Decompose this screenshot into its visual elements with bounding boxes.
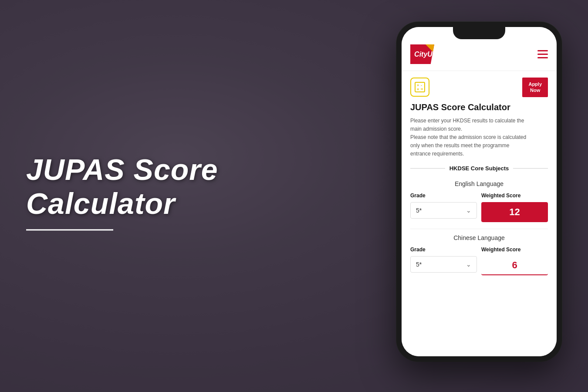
english-score-header: Weighted Score [481, 193, 548, 199]
phone-body: + - × = ApplyNow JUPAS Score Calculator … [402, 71, 557, 356]
subject-separator [410, 229, 548, 229]
left-content: JUPAS Score Calculator [26, 152, 218, 239]
main-title: JUPAS Score Calculator [26, 152, 218, 220]
subject-english-name: English Language [410, 180, 548, 187]
hamburger-line-1 [537, 50, 548, 51]
calculator-icon-box: + - × = [410, 78, 429, 97]
title-divider [26, 230, 113, 231]
logo-triangle [426, 44, 434, 53]
english-grade-col: Grade 5* ⌄ [410, 193, 477, 219]
svg-text:×: × [417, 87, 419, 91]
chevron-down-icon-2: ⌄ [466, 261, 471, 268]
page-title: JUPAS Score Calculator [410, 102, 548, 112]
phone-mockup: CityU + - [396, 22, 562, 362]
subject-english: English Language Grade 5* ⌄ Weighted Sco… [410, 180, 548, 222]
english-grade-select[interactable]: 5* ⌄ [410, 202, 477, 219]
section-title: HKDSE Core Subjects [449, 165, 509, 172]
chinese-grade-score-row: Grade 5* ⌄ Weighted Score 6 [410, 247, 548, 275]
english-score-value: 12 [481, 202, 548, 222]
subject-chinese-name: Chinese Language [410, 234, 548, 241]
page-description: Please enter your HKDSE results to calcu… [410, 117, 548, 159]
divider-line-left [410, 168, 445, 169]
section-divider: HKDSE Core Subjects [410, 165, 548, 172]
english-grade-value: 5* [416, 207, 422, 214]
chinese-score-header: Weighted Score [481, 247, 548, 253]
english-grade-score-row: Grade 5* ⌄ Weighted Score 12 [410, 193, 548, 222]
chinese-grade-header: Grade [410, 247, 477, 253]
calculator-icon: + - × = [414, 81, 426, 93]
chinese-grade-col: Grade 5* ⌄ [410, 247, 477, 273]
chevron-down-icon: ⌄ [466, 207, 471, 214]
calculator-header: + - × = ApplyNow [410, 78, 548, 97]
cityu-logo: CityU [410, 44, 434, 64]
chinese-grade-value: 5* [416, 261, 422, 268]
phone-frame: CityU + - [396, 22, 562, 362]
divider-line-right [513, 168, 548, 169]
subject-chinese: Chinese Language Grade 5* ⌄ Weighted Sco… [410, 234, 548, 275]
svg-text:=: = [421, 87, 423, 91]
hamburger-menu[interactable] [537, 50, 548, 58]
hamburger-line-2 [537, 54, 548, 55]
apply-now-button[interactable]: ApplyNow [522, 78, 548, 97]
hamburger-line-3 [537, 57, 548, 58]
chinese-score-col: Weighted Score 6 [481, 247, 548, 275]
english-score-col: Weighted Score 12 [481, 193, 548, 222]
logo-background: CityU [410, 44, 434, 64]
english-grade-header: Grade [410, 193, 477, 199]
chinese-score-value: 6 [481, 256, 548, 275]
chinese-grade-select[interactable]: 5* ⌄ [410, 256, 477, 273]
phone-notch [453, 27, 505, 39]
phone-screen: CityU + - [402, 27, 557, 356]
